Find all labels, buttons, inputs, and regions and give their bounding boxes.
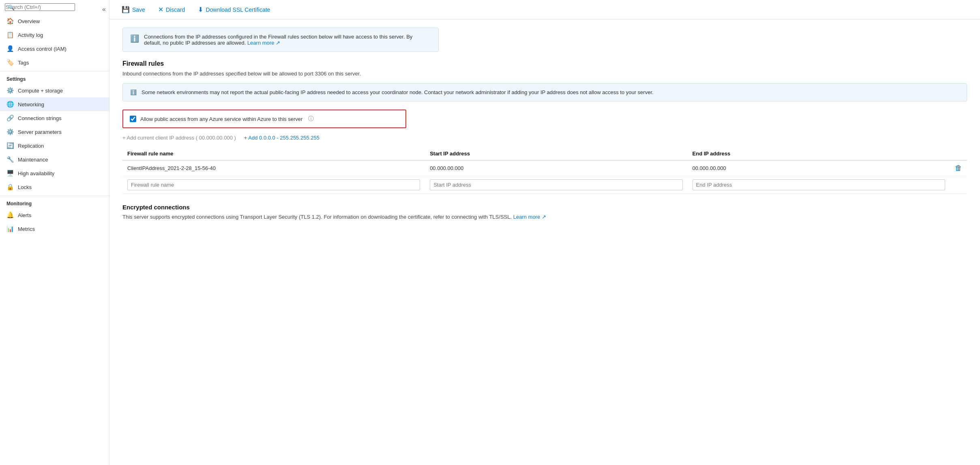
discard-icon: ✕ — [158, 6, 163, 13]
col-header-rule-name: Firewall rule name — [122, 147, 425, 160]
sidebar-item-metrics[interactable]: 📊 Metrics — [0, 222, 109, 236]
sidebar-item-label: Tags — [18, 60, 29, 66]
metrics-icon: 📊 — [6, 225, 14, 232]
collapse-button[interactable]: « — [99, 4, 109, 15]
sidebar-item-activity-log[interactable]: 📋 Activity log — [0, 28, 109, 42]
sidebar-item-server-parameters[interactable]: ⚙️ Server parameters — [0, 125, 109, 139]
sidebar: 🔍 « 🏠 Overview 📋 Activity log 👤 Access c… — [0, 0, 109, 465]
sidebar-item-alerts[interactable]: 🔔 Alerts — [0, 208, 109, 222]
toolbar: 💾 Save ✕ Discard ⬇ Download SSL Certific… — [109, 0, 980, 19]
sidebar-item-label: Alerts — [18, 212, 31, 218]
activity-log-icon: 📋 — [6, 31, 14, 39]
sidebar-item-label: Locks — [18, 184, 32, 190]
alerts-icon: 🔔 — [6, 211, 14, 219]
encrypted-learn-more-link[interactable]: Learn more ↗ — [513, 214, 546, 220]
sidebar-item-maintenance[interactable]: 🔧 Maintenance — [0, 153, 109, 166]
allow-azure-checkbox[interactable] — [130, 116, 136, 122]
links-row: + Add current client IP address ( 00.000… — [122, 135, 967, 141]
top-info-banner: ℹ️ Connections from the IP addresses con… — [122, 28, 439, 52]
sidebar-item-label: High availability — [18, 170, 54, 177]
locks-icon: 🔒 — [6, 183, 14, 191]
new-rule-row — [122, 176, 967, 194]
networking-icon: 🌐 — [6, 101, 14, 108]
start-ip-cell: 00.000.00.000 — [425, 160, 687, 176]
access-control-icon: 👤 — [6, 45, 14, 52]
add-client-ip-text: + Add current client IP address ( 00.000… — [122, 135, 236, 141]
sidebar-item-high-availability[interactable]: 🖥️ High availability — [0, 166, 109, 180]
save-button[interactable]: 💾 Save — [119, 4, 148, 15]
new-end-ip-input[interactable] — [693, 179, 945, 190]
sidebar-item-label: Metrics — [18, 226, 35, 232]
download-ssl-button[interactable]: ⬇ Download SSL Certificate — [195, 4, 272, 15]
new-rule-name-input[interactable] — [127, 179, 420, 190]
sidebar-item-networking[interactable]: 🌐 Networking — [0, 97, 109, 111]
sidebar-item-compute-storage[interactable]: ⚙️ Compute + storage — [0, 84, 109, 97]
sidebar-body: 🏠 Overview 📋 Activity log 👤 Access contr… — [0, 14, 109, 465]
allow-azure-checkbox-row: Allow public access from any Azure servi… — [122, 110, 406, 128]
content-area: ℹ️ Connections from the IP addresses con… — [109, 19, 980, 465]
info-banner-text: Connections from the IP addresses config… — [144, 34, 431, 46]
allow-azure-label[interactable]: Allow public access from any Azure servi… — [140, 116, 302, 122]
compute-storage-icon: ⚙️ — [6, 87, 14, 94]
replication-icon: 🔄 — [6, 142, 14, 149]
col-header-start-ip: Start IP address — [425, 147, 687, 160]
col-header-end-ip: End IP address — [688, 147, 950, 160]
sidebar-item-replication[interactable]: 🔄 Replication — [0, 139, 109, 153]
network-warning-icon: ℹ️ — [130, 89, 137, 95]
firewall-rules-desc: Inbound connections from the IP addresse… — [122, 71, 967, 77]
discard-button[interactable]: ✕ Discard — [156, 4, 187, 15]
network-warning-banner: ℹ️ Some network environments may not rep… — [122, 83, 967, 101]
server-parameters-icon: ⚙️ — [6, 128, 14, 136]
encrypted-connections-desc: This server supports encrypted connectio… — [122, 214, 967, 220]
sidebar-item-connection-strings[interactable]: 🔗 Connection strings — [0, 111, 109, 125]
firewall-rules-table: Firewall rule name Start IP address End … — [122, 147, 967, 194]
add-range-link[interactable]: + Add 0.0.0.0 - 255.255.255.255 — [244, 135, 320, 141]
sidebar-item-locks[interactable]: 🔒 Locks — [0, 180, 109, 194]
sidebar-item-label: Networking — [18, 101, 44, 108]
encrypted-connections-title: Encrypted connections — [122, 204, 967, 211]
settings-section-label: Settings — [0, 71, 109, 84]
sidebar-item-label: Maintenance — [18, 157, 48, 163]
save-icon: 💾 — [122, 6, 130, 13]
sidebar-item-overview[interactable]: 🏠 Overview — [0, 14, 109, 28]
sidebar-item-tags[interactable]: 🏷️ Tags — [0, 56, 109, 69]
overview-icon: 🏠 — [6, 17, 14, 25]
tags-icon: 🏷️ — [6, 59, 14, 66]
connection-strings-icon: 🔗 — [6, 114, 14, 122]
sidebar-item-label: Compute + storage — [18, 88, 63, 94]
sidebar-item-label: Replication — [18, 143, 44, 149]
firewall-rules-title: Firewall rules — [122, 60, 967, 67]
table-row: ClientIPAddress_2021-2-28_15-56-40 00.00… — [122, 160, 967, 176]
info-banner-learn-more-link[interactable]: Learn more ↗ — [247, 40, 280, 46]
rule-name-cell: ClientIPAddress_2021-2-28_15-56-40 — [122, 160, 425, 176]
maintenance-icon: 🔧 — [6, 156, 14, 163]
monitoring-section-label: Monitoring — [0, 196, 109, 208]
network-warning-text: Some network environments may not report… — [142, 89, 654, 95]
search-icon: 🔍 — [8, 4, 15, 10]
end-ip-cell: 00.000.00.000 — [688, 160, 950, 176]
high-availability-icon: 🖥️ — [6, 170, 14, 177]
sidebar-item-access-control[interactable]: 👤 Access control (IAM) — [0, 42, 109, 56]
info-icon: ℹ️ — [130, 34, 139, 46]
new-start-ip-input[interactable] — [430, 179, 682, 190]
sidebar-item-label: Overview — [18, 18, 40, 24]
main-content: 💾 Save ✕ Discard ⬇ Download SSL Certific… — [109, 0, 980, 465]
sidebar-item-label: Server parameters — [18, 129, 62, 135]
sidebar-item-label: Access control (IAM) — [18, 46, 66, 52]
search-input[interactable] — [5, 3, 75, 11]
sidebar-item-label: Connection strings — [18, 115, 62, 121]
sidebar-item-label: Activity log — [18, 32, 43, 38]
delete-row-button[interactable]: 🗑 — [955, 164, 962, 172]
allow-azure-info-icon: ⓘ — [308, 115, 314, 123]
download-icon: ⬇ — [198, 6, 203, 13]
